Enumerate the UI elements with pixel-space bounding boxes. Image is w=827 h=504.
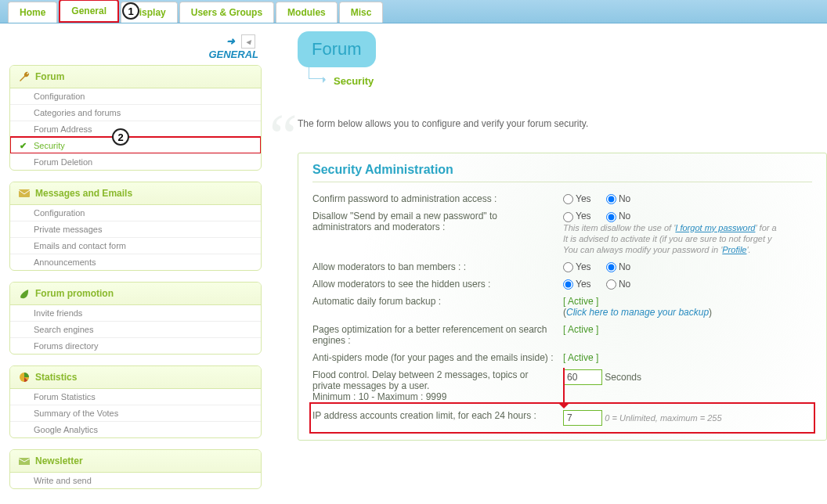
sidebar-item[interactable]: Forums directory <box>10 337 261 354</box>
tab-users-groups[interactable]: Users & Groups <box>179 2 274 23</box>
callout-badge-1: 1 <box>122 2 139 20</box>
panel-head-forum: Forum <box>10 66 261 88</box>
radio-no[interactable]: No <box>606 211 630 221</box>
top-tabs: Home General 1 Display Users & Groups Mo… <box>0 0 827 23</box>
status-active: [ Active ] <box>563 352 598 363</box>
radio-no[interactable]: No <box>606 193 630 204</box>
panel-title: Messages and Emails <box>35 188 132 199</box>
leaf-icon <box>18 287 31 300</box>
callout-arrowhead-icon <box>559 404 569 413</box>
row-label: Flood control. Delay between 2 messages,… <box>312 369 563 402</box>
manage-backup-link[interactable]: Click here to manage your backup <box>566 307 709 318</box>
sidebar-title: GENERAL <box>208 49 258 60</box>
svg-rect-0 <box>19 189 30 197</box>
main-content: Forum Security “ The form below allows y… <box>266 23 827 504</box>
sidebar-item[interactable]: Announcements <box>10 254 261 270</box>
radio-yes[interactable]: Yes <box>563 261 591 272</box>
panel-head-statistics: Statistics <box>10 366 261 389</box>
panel-forum: Forum Configuration Categories and forum… <box>9 65 262 171</box>
envelope-icon <box>18 455 31 467</box>
row-ip-limit: IP address accounts creation limit, for … <box>312 405 812 430</box>
row-hint: This item disallow the use of 'I forgot … <box>563 223 777 254</box>
sidebar-item-forum-address[interactable]: Forum Address <box>10 121 261 137</box>
radio-yes[interactable]: Yes <box>563 193 591 204</box>
sidebar-item-configuration[interactable]: Configuration <box>10 88 261 104</box>
row-label: Pages optimization for a better referenc… <box>312 324 563 346</box>
row-label: Confirm password to administration acces… <box>312 193 563 204</box>
row-allow-ban: Allow moderators to ban members : : Yes … <box>312 258 812 275</box>
radio-no[interactable]: No <box>606 279 630 290</box>
flood-delay-input[interactable] <box>563 369 602 385</box>
panel-title: Forum promotion <box>35 288 114 299</box>
section-title: Security Administration <box>312 163 812 182</box>
sidebar-item[interactable]: Write and send <box>10 473 261 488</box>
row-label: IP address accounts creation limit, for … <box>312 410 563 426</box>
panel-head-messages: Messages and Emails <box>10 182 261 205</box>
row-value: Yes No <box>563 261 812 272</box>
profile-link[interactable]: Profile <box>722 245 746 254</box>
panel-title: Newsletter <box>35 455 83 466</box>
radio-yes[interactable]: Yes <box>563 211 591 221</box>
tab-misc[interactable]: Misc <box>339 2 384 23</box>
forgot-password-link[interactable]: I forgot my password <box>675 223 755 232</box>
status-active: [ Active ] <box>563 324 598 335</box>
sidebar-header: ◂ GENERAL <box>9 30 262 65</box>
sidebar-item[interactable]: Emails and contact form <box>10 237 261 254</box>
sidebar-item[interactable]: Configuration <box>10 205 261 221</box>
row-antispider: Anti-spiders mode (for your pages and th… <box>312 349 812 366</box>
row-label: Allow moderators to ban members : : <box>312 261 563 272</box>
row-allow-hidden: Allow moderators to see the hidden users… <box>312 275 812 293</box>
panel-title: Statistics <box>35 372 77 383</box>
unit-label: Seconds <box>605 372 641 383</box>
tab-general[interactable]: General <box>59 0 119 23</box>
sidebar-item[interactable]: Summary of the Votes <box>10 405 261 421</box>
sidebar-item-forum-deletion[interactable]: Forum Deletion <box>10 153 261 170</box>
row-seo: Pages optimization for a better referenc… <box>312 321 812 349</box>
row-value: [ Active ] <box>563 352 812 363</box>
status-active: [ Active ] <box>563 296 598 307</box>
row-value: Yes No <box>563 279 812 290</box>
row-value: [ Active ] (Click here to manage your ba… <box>563 296 812 318</box>
breadcrumb-sub: Security <box>334 75 827 87</box>
row-flood-control: Flood control. Delay between 2 messages,… <box>312 366 812 405</box>
tab-modules[interactable]: Modules <box>276 2 338 23</box>
breadcrumb-root: Forum <box>298 31 376 67</box>
row-label: Anti-spiders mode (for your pages and th… <box>312 352 563 363</box>
panel-head-newsletter: Newsletter <box>10 450 261 473</box>
panel-messages: Messages and Emails Configuration Privat… <box>9 182 262 271</box>
sidebar-item[interactable]: Invite friends <box>10 305 261 321</box>
sidebar: ◂ GENERAL Forum Configuration Categories… <box>0 23 266 504</box>
mail-icon <box>18 187 31 200</box>
sidebar-item-security[interactable]: Security <box>10 137 261 153</box>
sidebar-item[interactable]: Google Analytics <box>10 421 261 437</box>
panel-statistics: Statistics Forum Statistics Summary of t… <box>9 365 262 438</box>
row-value: 0 = Unlimited, maximum = 255 <box>563 410 812 426</box>
sidebar-item-categories[interactable]: Categories and forums <box>10 104 261 121</box>
row-value: [ Active ] <box>563 324 812 346</box>
wrench-icon <box>18 70 31 83</box>
sidebar-item[interactable]: Search engines <box>10 321 261 337</box>
panel-promotion: Forum promotion Invite friends Search en… <box>9 282 262 355</box>
radio-no[interactable]: No <box>606 261 630 272</box>
sidebar-item[interactable]: Forum Statistics <box>10 389 261 405</box>
collapse-icon[interactable]: ◂ <box>241 34 255 49</box>
breadcrumb: Forum <box>298 31 827 67</box>
row-label: Disallow "Send by email a new password" … <box>312 211 563 254</box>
row-disallow-send: Disallow "Send by email a new password" … <box>312 207 812 257</box>
tab-home[interactable]: Home <box>8 2 57 23</box>
panel-head-promotion: Forum promotion <box>10 283 261 305</box>
quote-icon: “ <box>269 101 298 172</box>
row-label: Allow moderators to see the hidden users… <box>312 279 563 290</box>
row-value: Yes No This item disallow the use of 'I … <box>563 211 812 254</box>
sidebar-item[interactable]: Private messages <box>10 221 261 237</box>
ip-limit-input[interactable] <box>563 410 602 426</box>
row-hint: 0 = Unlimited, maximum = 255 <box>605 413 721 423</box>
radio-yes[interactable]: Yes <box>563 279 591 290</box>
security-section: Security Administration Confirm password… <box>298 153 827 441</box>
callout-badge-2: 2 <box>112 128 129 146</box>
callout-arrow-icon <box>563 368 565 407</box>
row-value: Seconds <box>563 369 812 402</box>
panel-newsletter: Newsletter Write and send <box>9 449 262 489</box>
row-value: Yes No <box>563 193 812 204</box>
row-backup: Automatic daily forum backup : [ Active … <box>312 293 812 321</box>
